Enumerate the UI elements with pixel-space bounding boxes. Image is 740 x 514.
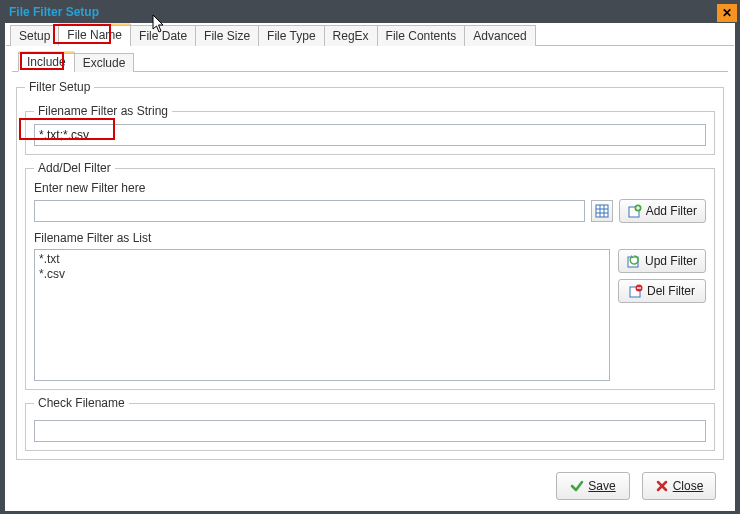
- pick-filter-button[interactable]: [591, 200, 613, 222]
- upd-filter-button[interactable]: Upd Filter: [618, 249, 706, 273]
- sub-tabstrip: Include Exclude: [12, 52, 728, 72]
- filename-string-group: Filename Filter as String: [25, 104, 715, 155]
- window-frame: File Filter Setup ✕ Setup File Name File…: [0, 0, 740, 514]
- upd-filter-label: Upd Filter: [645, 254, 697, 268]
- tab-file-size[interactable]: File Size: [195, 25, 259, 46]
- tab-file-contents[interactable]: File Contents: [377, 25, 466, 46]
- add-filter-label: Add Filter: [646, 204, 697, 218]
- svg-rect-0: [596, 205, 608, 217]
- table-icon: [595, 204, 609, 218]
- titlebar: File Filter Setup ✕: [1, 1, 739, 23]
- save-button[interactable]: Save: [556, 472, 630, 500]
- window-title: File Filter Setup: [9, 5, 99, 19]
- check-filename-group: Check Filename: [25, 396, 715, 451]
- add-del-group: Add/Del Filter Enter new Filter here: [25, 161, 715, 390]
- tab-advanced[interactable]: Advanced: [464, 25, 535, 46]
- tab-file-date[interactable]: File Date: [130, 25, 196, 46]
- del-filter-label: Del Filter: [647, 284, 695, 298]
- check-icon: [570, 479, 584, 493]
- del-filter-button[interactable]: Del Filter: [618, 279, 706, 303]
- add-filter-button[interactable]: Add Filter: [619, 199, 706, 223]
- new-filter-input[interactable]: [34, 200, 585, 222]
- filename-string-legend: Filename Filter as String: [34, 104, 172, 118]
- delete-icon: [629, 284, 643, 298]
- tab-file-type[interactable]: File Type: [258, 25, 324, 46]
- window-close-button[interactable]: ✕: [717, 4, 737, 22]
- x-icon: [655, 479, 669, 493]
- add-icon: [628, 204, 642, 218]
- filter-setup-legend: Filter Setup: [25, 80, 94, 94]
- enter-filter-label: Enter new Filter here: [34, 181, 706, 195]
- refresh-icon: [627, 254, 641, 268]
- panel-area: Filter Setup Filename Filter as String A…: [6, 80, 734, 470]
- subtab-exclude[interactable]: Exclude: [74, 53, 135, 72]
- check-filename-input[interactable]: [34, 420, 706, 442]
- filter-list-legend: Filename Filter as List: [34, 231, 706, 245]
- add-del-legend: Add/Del Filter: [34, 161, 115, 175]
- client-area: Setup File Name File Date File Size File…: [5, 23, 735, 511]
- close-button[interactable]: Close: [642, 472, 716, 500]
- subtab-include[interactable]: Include: [18, 52, 75, 72]
- tab-regex[interactable]: RegEx: [324, 25, 378, 46]
- tab-setup[interactable]: Setup: [10, 25, 59, 46]
- dialog-buttons: Save Close: [556, 472, 716, 500]
- svg-rect-9: [628, 257, 638, 267]
- save-label: Save: [588, 479, 615, 493]
- filter-listbox[interactable]: *.txt *.csv: [34, 249, 610, 381]
- filename-string-input[interactable]: [34, 124, 706, 146]
- filter-setup-group: Filter Setup Filename Filter as String A…: [16, 80, 724, 460]
- tab-file-name[interactable]: File Name: [58, 24, 131, 46]
- main-tabstrip: Setup File Name File Date File Size File…: [6, 24, 734, 46]
- close-label: Close: [673, 479, 704, 493]
- close-icon: ✕: [722, 6, 732, 20]
- check-filename-legend: Check Filename: [34, 396, 129, 410]
